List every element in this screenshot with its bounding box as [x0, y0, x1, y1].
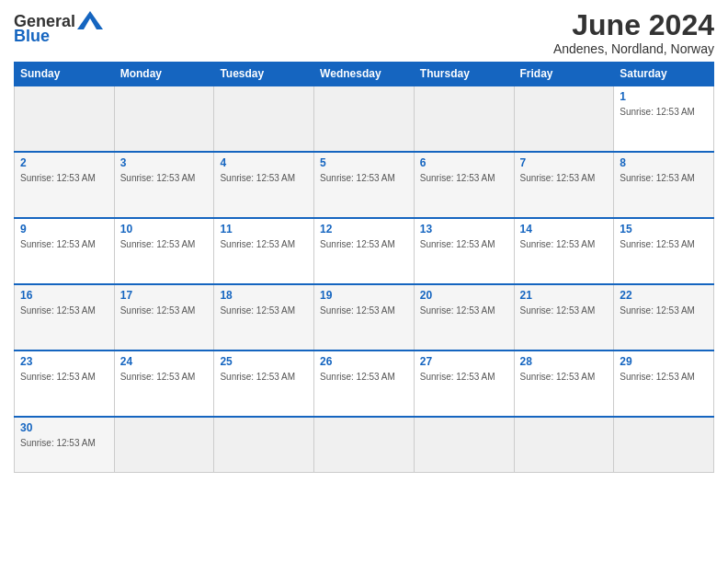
calendar-cell-week6-day5 [414, 417, 514, 472]
th-saturday: Saturday [614, 63, 714, 86]
calendar-week-3: 9Sunrise: 12:53 AM10Sunrise: 12:53 AM11S… [15, 218, 714, 284]
calendar-cell-week4-day1: 16Sunrise: 12:53 AM [15, 284, 115, 350]
calendar-week-1: 1Sunrise: 12:53 AM [15, 86, 714, 152]
day-number: 15 [620, 223, 708, 236]
sunrise-time: Sunrise: 12:53 AM [20, 239, 96, 249]
month-year-title: June 2024 [553, 9, 714, 41]
calendar-cell-week4-day5: 20Sunrise: 12:53 AM [414, 284, 514, 350]
logo: General Blue [14, 13, 103, 44]
calendar-cell-week5-day2: 24Sunrise: 12:53 AM [114, 350, 214, 417]
calendar-cell-week2-day6: 7Sunrise: 12:53 AM [514, 152, 614, 218]
sunrise-time: Sunrise: 12:53 AM [20, 372, 96, 382]
calendar-cell-week3-day3: 11Sunrise: 12:53 AM [214, 218, 314, 284]
calendar-cell-week1-day3 [214, 86, 314, 152]
sunrise-time: Sunrise: 12:53 AM [620, 173, 695, 183]
day-number: 23 [20, 355, 108, 368]
sunrise-time: Sunrise: 12:53 AM [20, 173, 96, 183]
day-number: 20 [420, 289, 508, 302]
th-monday: Monday [114, 63, 214, 86]
day-number: 22 [620, 289, 708, 302]
sunrise-time: Sunrise: 12:53 AM [120, 239, 196, 249]
calendar-cell-week3-day1: 9Sunrise: 12:53 AM [15, 218, 115, 284]
sunrise-time: Sunrise: 12:53 AM [320, 372, 395, 382]
day-number: 30 [20, 421, 108, 434]
th-sunday: Sunday [15, 63, 115, 86]
day-number: 6 [420, 156, 508, 169]
calendar-cell-week6-day1: 30Sunrise: 12:53 AM [15, 417, 115, 472]
calendar-cell-week1-day2 [114, 86, 214, 152]
sunrise-time: Sunrise: 12:53 AM [620, 239, 695, 249]
calendar-cell-week3-day5: 13Sunrise: 12:53 AM [414, 218, 514, 284]
calendar-cell-week6-day6 [514, 417, 614, 472]
day-number: 11 [220, 223, 308, 236]
title-block: June 2024 Andenes, Nordland, Norway [553, 9, 714, 56]
day-number: 25 [220, 355, 308, 368]
day-number: 5 [320, 156, 408, 169]
calendar-cell-week1-day5 [414, 86, 514, 152]
sunrise-time: Sunrise: 12:53 AM [220, 173, 295, 183]
calendar-cell-week2-day5: 6Sunrise: 12:53 AM [414, 152, 514, 218]
day-number: 1 [620, 90, 708, 103]
sunrise-time: Sunrise: 12:53 AM [520, 239, 596, 249]
calendar-cell-week1-day1 [15, 86, 115, 152]
calendar-cell-week4-day7: 22Sunrise: 12:53 AM [614, 284, 714, 350]
sunrise-time: Sunrise: 12:53 AM [320, 305, 395, 316]
calendar-week-6: 30Sunrise: 12:53 AM [15, 417, 714, 472]
calendar-cell-week4-day6: 21Sunrise: 12:53 AM [514, 284, 614, 350]
day-number: 4 [220, 156, 308, 169]
calendar-cell-week3-day7: 15Sunrise: 12:53 AM [614, 218, 714, 284]
day-number: 13 [420, 223, 508, 236]
sunrise-time: Sunrise: 12:53 AM [620, 107, 695, 117]
calendar-cell-week3-day4: 12Sunrise: 12:53 AM [314, 218, 415, 284]
calendar-cell-week6-day7 [614, 417, 714, 472]
day-number: 18 [220, 289, 308, 302]
calendar-cell-week4-day3: 18Sunrise: 12:53 AM [214, 284, 314, 350]
calendar-week-2: 2Sunrise: 12:53 AM3Sunrise: 12:53 AM4Sun… [15, 152, 714, 218]
sunrise-time: Sunrise: 12:53 AM [20, 305, 96, 316]
calendar-cell-week5-day5: 27Sunrise: 12:53 AM [414, 350, 514, 417]
day-number: 14 [520, 223, 609, 236]
sunrise-time: Sunrise: 12:53 AM [120, 372, 196, 382]
th-tuesday: Tuesday [214, 63, 314, 86]
calendar-cell-week1-day4 [314, 86, 415, 152]
day-number: 26 [320, 355, 408, 368]
calendar-table: Sunday Monday Tuesday Wednesday Thursday… [14, 62, 714, 473]
calendar-cell-week2-day1: 2Sunrise: 12:53 AM [15, 152, 115, 218]
day-number: 9 [20, 223, 108, 236]
day-number: 8 [620, 156, 708, 169]
calendar-cell-week5-day3: 25Sunrise: 12:53 AM [214, 350, 314, 417]
calendar-cell-week3-day2: 10Sunrise: 12:53 AM [114, 218, 214, 284]
sunrise-time: Sunrise: 12:53 AM [320, 173, 395, 183]
calendar-cell-week1-day6 [514, 86, 614, 152]
calendar-cell-week3-day6: 14Sunrise: 12:53 AM [514, 218, 614, 284]
day-number: 16 [20, 289, 108, 302]
sunrise-time: Sunrise: 12:53 AM [220, 239, 295, 249]
sunrise-time: Sunrise: 12:53 AM [620, 305, 695, 316]
sunrise-time: Sunrise: 12:53 AM [420, 239, 495, 249]
day-number: 10 [120, 223, 209, 236]
day-number: 2 [20, 156, 108, 169]
sunrise-time: Sunrise: 12:53 AM [220, 372, 295, 382]
calendar-header-row: Sunday Monday Tuesday Wednesday Thursday… [15, 63, 714, 86]
calendar-cell-week2-day3: 4Sunrise: 12:53 AM [214, 152, 314, 218]
sunrise-time: Sunrise: 12:53 AM [520, 173, 596, 183]
day-number: 21 [520, 289, 609, 302]
calendar-cell-week5-day4: 26Sunrise: 12:53 AM [314, 350, 415, 417]
day-number: 19 [320, 289, 408, 302]
calendar-cell-week6-day4 [314, 417, 415, 472]
day-number: 7 [520, 156, 609, 169]
sunrise-time: Sunrise: 12:53 AM [420, 173, 495, 183]
day-number: 29 [620, 355, 708, 368]
sunrise-time: Sunrise: 12:53 AM [120, 173, 196, 183]
calendar-cell-week2-day4: 5Sunrise: 12:53 AM [314, 152, 415, 218]
logo-icon [77, 11, 103, 29]
logo-text-blue: Blue [14, 28, 50, 44]
calendar-cell-week5-day7: 29Sunrise: 12:53 AM [614, 350, 714, 417]
day-number: 27 [420, 355, 508, 368]
calendar-cell-week6-day3 [214, 417, 314, 472]
day-number: 24 [120, 355, 209, 368]
th-friday: Friday [514, 63, 614, 86]
sunrise-time: Sunrise: 12:53 AM [20, 438, 96, 448]
th-thursday: Thursday [414, 63, 514, 86]
sunrise-time: Sunrise: 12:53 AM [220, 305, 295, 316]
